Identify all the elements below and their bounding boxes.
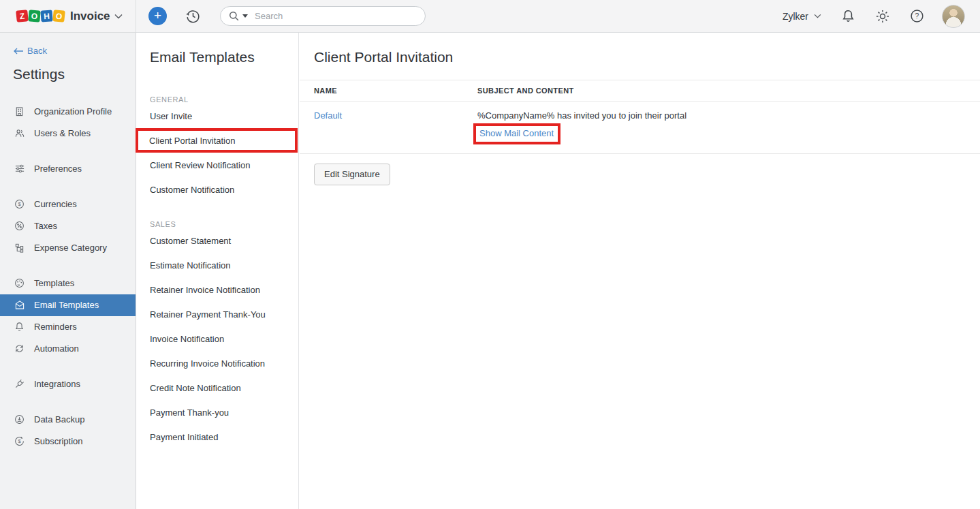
sidebar-item-templates[interactable]: Templates xyxy=(0,273,136,294)
logo-tile: H xyxy=(40,10,52,22)
sidebar-item-label: Organization Profile xyxy=(34,106,112,117)
backup-icon xyxy=(14,414,25,425)
chevron-down-icon xyxy=(114,14,123,19)
logo-tile: Z xyxy=(16,10,29,22)
sidebar-item-currencies[interactable]: $ Currencies xyxy=(0,194,136,215)
settings-sidebar: Back Settings Organization Profile Users… xyxy=(0,33,136,509)
sidebar-item-label: Expense Category xyxy=(34,243,107,253)
svg-text:$: $ xyxy=(18,201,21,207)
logo-tile: O xyxy=(28,10,40,22)
template-item-payment-initiated[interactable]: Payment Initiated xyxy=(136,425,298,449)
show-mail-content-link[interactable]: Show Mail Content xyxy=(479,128,554,138)
topbar-right: Zylker ? xyxy=(783,5,980,28)
hierarchy-icon xyxy=(14,243,25,253)
settings-gear-icon[interactable] xyxy=(875,9,890,24)
sidebar-item-users-roles[interactable]: Users & Roles xyxy=(0,123,136,144)
back-link[interactable]: Back xyxy=(14,46,47,56)
svg-text:?: ? xyxy=(915,12,919,20)
template-item-payment-thank-you[interactable]: Payment Thank-you xyxy=(136,400,298,425)
building-icon xyxy=(14,106,25,117)
plug-icon xyxy=(14,379,25,389)
plus-icon: + xyxy=(154,7,161,24)
palette-icon xyxy=(14,278,25,288)
envelope-icon xyxy=(14,300,25,310)
sidebar-item-subscription[interactable]: $ Subscription xyxy=(0,431,136,452)
sidebar-item-reminders[interactable]: Reminders xyxy=(0,316,136,338)
page-title: Client Portal Invitation xyxy=(300,33,980,65)
email-templates-panel: Email Templates GENERAL User Invite Clie… xyxy=(136,33,299,509)
sidebar-item-email-templates[interactable]: Email Templates xyxy=(0,294,136,316)
section-general: GENERAL User Invite Client Portal Invita… xyxy=(136,95,298,202)
recent-history-icon[interactable] xyxy=(185,7,202,25)
search-scope-caret-icon[interactable] xyxy=(242,14,248,18)
sidebar-item-label: Subscription xyxy=(34,436,83,446)
column-header-name: NAME xyxy=(314,87,477,95)
sidebar-item-label: Currencies xyxy=(34,199,77,209)
users-icon xyxy=(14,128,25,138)
sidebar-item-label: Data Backup xyxy=(34,414,84,425)
sidebar-item-taxes[interactable]: Taxes xyxy=(0,215,136,237)
topbar: Z O H O Invoice + Zylker xyxy=(0,0,980,33)
svg-text:$: $ xyxy=(18,438,21,444)
sidebar-item-label: Taxes xyxy=(34,221,57,231)
sync-icon xyxy=(14,343,25,354)
template-item-recurring-invoice-notification[interactable]: Recurring Invoice Notification xyxy=(136,351,298,375)
template-item-credit-note-notification[interactable]: Credit Note Notification xyxy=(136,375,298,400)
dollar-circle-icon: $ xyxy=(14,199,25,209)
sidebar-item-label: Reminders xyxy=(34,322,77,332)
sidebar-item-data-backup[interactable]: Data Backup xyxy=(0,409,136,431)
search-box[interactable] xyxy=(220,6,426,26)
show-mail-content-highlight: Show Mail Content xyxy=(473,123,560,144)
sidebar-item-organization-profile[interactable]: Organization Profile xyxy=(0,101,136,123)
panel-title: Email Templates xyxy=(136,33,298,65)
template-item-retainer-invoice-notification[interactable]: Retainer Invoice Notification xyxy=(136,277,298,302)
help-icon[interactable]: ? xyxy=(910,9,924,23)
product-name: Invoice xyxy=(70,10,110,23)
template-item-customer-notification[interactable]: Customer Notification xyxy=(136,177,298,202)
back-label: Back xyxy=(27,46,47,56)
template-item-user-invite[interactable]: User Invite xyxy=(136,104,298,128)
section-heading: SALES xyxy=(136,220,298,228)
main-content: Client Portal Invitation NAME SUBJECT AN… xyxy=(300,33,980,509)
brand-switcher[interactable]: Z O H O Invoice xyxy=(0,0,136,32)
template-name-link[interactable]: Default xyxy=(314,110,342,121)
quick-create-button[interactable]: + xyxy=(148,7,167,25)
template-item-estimate-notification[interactable]: Estimate Notification xyxy=(136,253,298,277)
sliders-icon xyxy=(14,164,25,174)
org-switcher[interactable]: Zylker xyxy=(783,11,821,22)
template-item-retainer-payment-thank-you[interactable]: Retainer Payment Thank-You xyxy=(136,302,298,326)
section-heading: GENERAL xyxy=(136,95,298,104)
sidebar-item-label: Automation xyxy=(34,343,79,354)
notifications-bell-icon[interactable] xyxy=(841,9,855,23)
template-item-invoice-notification[interactable]: Invoice Notification xyxy=(136,326,298,351)
search-icon xyxy=(229,11,239,21)
search-input[interactable] xyxy=(255,11,405,21)
sidebar-item-label: Users & Roles xyxy=(34,128,91,138)
column-header-subject: SUBJECT AND CONTENT xyxy=(477,87,980,95)
subject-text: %CompanyName% has invited you to join th… xyxy=(477,109,980,123)
template-item-client-portal-invitation-highlighted[interactable]: Client Portal Invitation xyxy=(136,128,298,153)
subscription-icon: $ xyxy=(14,436,25,446)
sidebar-item-preferences[interactable]: Preferences xyxy=(0,158,136,180)
section-sales: SALES Customer Statement Estimate Notifi… xyxy=(136,220,298,449)
table-header: NAME SUBJECT AND CONTENT xyxy=(300,80,980,102)
sidebar-item-label: Preferences xyxy=(34,164,82,174)
template-item-client-review-notification[interactable]: Client Review Notification xyxy=(136,153,298,177)
template-item-customer-statement[interactable]: Customer Statement xyxy=(136,228,298,253)
table-row: Default %CompanyName% has invited you to… xyxy=(300,102,980,154)
sidebar-item-label: Email Templates xyxy=(34,300,99,310)
user-avatar[interactable] xyxy=(942,5,965,28)
settings-nav: Organization Profile Users & Roles Prefe… xyxy=(0,101,136,452)
percent-circle-icon xyxy=(14,221,25,231)
org-name: Zylker xyxy=(783,11,808,22)
sidebar-item-expense-category[interactable]: Expense Category xyxy=(0,237,136,259)
bell-icon xyxy=(14,322,25,332)
chevron-down-icon xyxy=(814,14,821,18)
sidebar-item-integrations[interactable]: Integrations xyxy=(0,373,136,395)
sidebar-item-label: Templates xyxy=(34,278,74,288)
edit-signature-button[interactable]: Edit Signature xyxy=(314,164,390,185)
sidebar-item-label: Integrations xyxy=(34,379,80,389)
templates-table: NAME SUBJECT AND CONTENT Default %Compan… xyxy=(300,80,980,154)
sidebar-item-automation[interactable]: Automation xyxy=(0,338,136,360)
sidebar-title: Settings xyxy=(13,66,136,82)
